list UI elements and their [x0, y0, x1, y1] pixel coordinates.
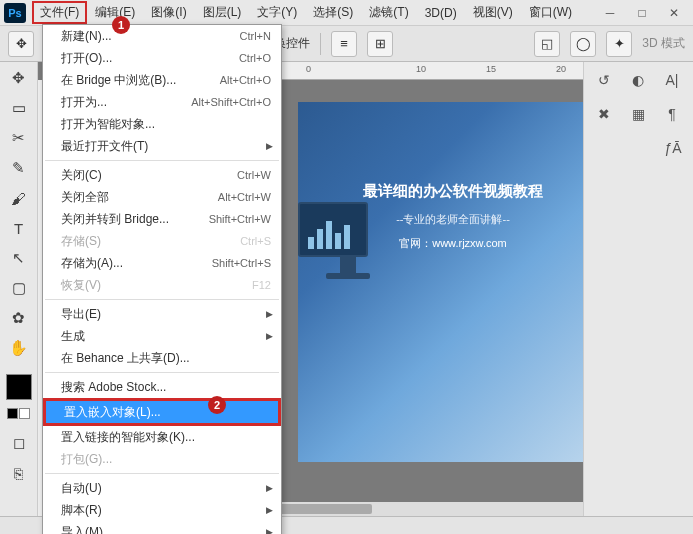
- separator: [320, 33, 321, 55]
- path-tool[interactable]: ↖: [5, 246, 33, 270]
- quickmask-tool[interactable]: ◻: [5, 431, 33, 455]
- window-controls: ─ □ ✕: [595, 3, 689, 23]
- 3d-box-icon[interactable]: ◱: [534, 31, 560, 57]
- menu-image[interactable]: 图像(I): [143, 1, 194, 24]
- menu-save: 存储(S)Ctrl+S: [43, 230, 281, 252]
- separator: [45, 299, 279, 300]
- default-swatches[interactable]: [7, 408, 30, 419]
- menu-browse-bridge[interactable]: 在 Bridge 中浏览(B)...Alt+Ctrl+O: [43, 69, 281, 91]
- foreground-swatch[interactable]: [6, 374, 32, 400]
- move-tool-icon[interactable]: ✥: [8, 31, 34, 57]
- brush-tool[interactable]: 🖌: [5, 186, 33, 210]
- move-tool[interactable]: ✥: [5, 66, 33, 90]
- right-panel: ↺ ◐ A| ✖ ▦ ¶ ƒĀ: [583, 62, 693, 516]
- rectangle-tool[interactable]: ▢: [5, 276, 33, 300]
- menu-scripts[interactable]: 脚本(R): [43, 499, 281, 521]
- hand-tool[interactable]: ✋: [5, 336, 33, 360]
- history-icon[interactable]: ↺: [590, 68, 618, 92]
- menu-place-embedded[interactable]: 置入嵌入对象(L)...: [46, 401, 278, 423]
- menu-close-bridge[interactable]: 关闭并转到 Bridge...Shift+Ctrl+W: [43, 208, 281, 230]
- 3d-sphere-icon[interactable]: ◯: [570, 31, 596, 57]
- minimize-button[interactable]: ─: [595, 3, 625, 23]
- poster-link: 官网：www.rjzxw.com: [348, 236, 558, 251]
- menu-layer[interactable]: 图层(L): [195, 1, 250, 24]
- menu-generate[interactable]: 生成: [43, 325, 281, 347]
- menu-select[interactable]: 选择(S): [305, 1, 361, 24]
- separator: [45, 372, 279, 373]
- menu-save-as[interactable]: 存储为(A)...Shift+Ctrl+S: [43, 252, 281, 274]
- menu-open-as[interactable]: 打开为...Alt+Shift+Ctrl+O: [43, 91, 281, 113]
- type-tool[interactable]: T: [5, 216, 33, 240]
- distribute-icon[interactable]: ⊞: [367, 31, 393, 57]
- menu-automate[interactable]: 自动(U): [43, 477, 281, 499]
- maximize-button[interactable]: □: [627, 3, 657, 23]
- menu-open[interactable]: 打开(O)...Ctrl+O: [43, 47, 281, 69]
- tools-icon[interactable]: ✖: [590, 102, 618, 126]
- glyph-icon[interactable]: ƒĀ: [659, 136, 687, 160]
- crop-tool[interactable]: ✂: [5, 126, 33, 150]
- callout-1: 1: [112, 16, 130, 34]
- close-button[interactable]: ✕: [659, 3, 689, 23]
- 3d-mode-label: 3D 模式: [642, 35, 685, 52]
- menu-window[interactable]: 窗口(W): [521, 1, 580, 24]
- menu-recent[interactable]: 最近打开文件(T): [43, 135, 281, 157]
- eyedropper-tool[interactable]: ✎: [5, 156, 33, 180]
- left-toolbar: ✥ ▭ ✂ ✎ 🖌 T ↖ ▢ ✿ ✋ ◻ ⎘: [0, 62, 38, 516]
- menu-filter[interactable]: 滤镜(T): [361, 1, 416, 24]
- scroll-thumb[interactable]: [267, 504, 372, 514]
- file-menu-dropdown: 新建(N)...Ctrl+N 打开(O)...Ctrl+O 在 Bridge 中…: [42, 24, 282, 534]
- menu-close-doc[interactable]: 关闭(C)Ctrl+W: [43, 164, 281, 186]
- menu-file[interactable]: 文件(F): [32, 1, 87, 24]
- separator: [45, 473, 279, 474]
- contrast-icon[interactable]: ◐: [624, 68, 652, 92]
- screenmode-tool[interactable]: ⎘: [5, 461, 33, 485]
- menu-open-smartobj[interactable]: 打开为智能对象...: [43, 113, 281, 135]
- menubar: Ps 文件(F) 编辑(E) 图像(I) 图层(L) 文字(Y) 选择(S) 滤…: [0, 0, 693, 26]
- separator: [45, 160, 279, 161]
- document-canvas[interactable]: 最详细的办公软件视频教程 --专业的老师全面讲解-- 官网：www.rjzxw.…: [298, 102, 583, 462]
- callout-2: 2: [208, 396, 226, 414]
- menu-adobe-stock[interactable]: 搜索 Adobe Stock...: [43, 376, 281, 398]
- menu-close-all[interactable]: 关闭全部Alt+Ctrl+W: [43, 186, 281, 208]
- menu-view[interactable]: 视图(V): [465, 1, 521, 24]
- poster-subtitle: --专业的老师全面讲解--: [348, 212, 558, 227]
- poster-title: 最详细的办公软件视频教程: [338, 182, 568, 201]
- 3d-axis-icon[interactable]: ✦: [606, 31, 632, 57]
- char-a-icon[interactable]: A|: [658, 68, 686, 92]
- menu-behance[interactable]: 在 Behance 上共享(D)...: [43, 347, 281, 369]
- align-icon[interactable]: ≡: [331, 31, 357, 57]
- menu-type[interactable]: 文字(Y): [249, 1, 305, 24]
- menu-new[interactable]: 新建(N)...Ctrl+N: [43, 25, 281, 47]
- menu-package: 打包(G)...: [43, 448, 281, 470]
- app-logo: Ps: [4, 3, 26, 23]
- marquee-tool[interactable]: ▭: [5, 96, 33, 120]
- swatches-icon[interactable]: ▦: [624, 102, 652, 126]
- menu-place-linked[interactable]: 置入链接的智能对象(K)...: [43, 426, 281, 448]
- menu-3d[interactable]: 3D(D): [417, 3, 465, 23]
- paragraph-icon[interactable]: ¶: [658, 102, 686, 126]
- menu-revert: 恢复(V)F12: [43, 274, 281, 296]
- menu-export[interactable]: 导出(E): [43, 303, 281, 325]
- puzzle-tool[interactable]: ✿: [5, 306, 33, 330]
- menu-import[interactable]: 导入(M): [43, 521, 281, 534]
